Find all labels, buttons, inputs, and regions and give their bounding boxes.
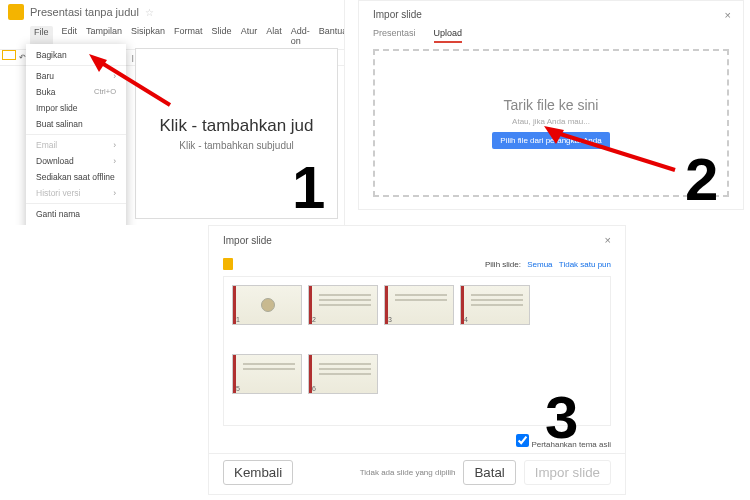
slide-subtitle-placeholder[interactable]: Klik - tambahkan subjudul: [179, 140, 294, 151]
star-icon[interactable]: ☆: [145, 7, 154, 18]
cancel-button[interactable]: Batal: [463, 460, 515, 485]
import-button[interactable]: Impor slide: [524, 460, 611, 485]
back-button[interactable]: Kembali: [223, 460, 293, 485]
dd-email[interactable]: Email: [26, 137, 126, 153]
dd-import-slides[interactable]: Impor slide: [26, 100, 126, 116]
dropzone-or: Atau, jika Anda mau...: [512, 117, 590, 126]
dialog-title: Impor slide: [223, 235, 272, 246]
slide-title-placeholder[interactable]: Klik - tambahkan jud: [159, 116, 313, 136]
close-icon[interactable]: ×: [605, 234, 611, 246]
tab-upload[interactable]: Upload: [434, 28, 463, 43]
slide-thumb-pane: [2, 48, 18, 219]
slide-thumb[interactable]: 2: [308, 285, 378, 325]
panel-import-select: Impor slide × Pilih slide: Semua Tidak s…: [208, 225, 626, 495]
menu-arrange[interactable]: Atur: [241, 26, 258, 46]
menu-edit[interactable]: Edit: [62, 26, 78, 46]
select-all-link[interactable]: Semua: [527, 260, 552, 269]
source-file-icon: [223, 258, 233, 270]
titlebar: Presentasi tanpa judul ☆: [0, 0, 344, 24]
select-slides-links: Pilih slide: Semua Tidak satu pun: [485, 260, 611, 269]
pick-file-button[interactable]: Pilih file dari perangkat Anda: [492, 132, 609, 149]
slide-thumb[interactable]: 4: [460, 285, 530, 325]
menu-format[interactable]: Format: [174, 26, 203, 46]
step-number-1: 1: [292, 158, 325, 218]
dd-download[interactable]: Download: [26, 153, 126, 169]
dropzone-text: Tarik file ke sini: [504, 97, 599, 113]
dd-share[interactable]: Bagikan: [26, 47, 126, 63]
slide-thumb[interactable]: 5: [232, 354, 302, 394]
menu-insert[interactable]: Sisipkan: [131, 26, 165, 46]
step-number-3: 3: [545, 388, 578, 448]
menu-slide[interactable]: Slide: [212, 26, 232, 46]
dd-new[interactable]: Baru: [26, 68, 126, 84]
dd-open[interactable]: BukaCtrl+O: [26, 84, 126, 100]
dd-offline[interactable]: Sediakan saat offline: [26, 169, 126, 185]
menu-help[interactable]: Bantuan: [319, 26, 345, 46]
dialog-title: Impor slide: [373, 9, 729, 20]
menu-view[interactable]: Tampilan: [86, 26, 122, 46]
dd-rename[interactable]: Ganti nama: [26, 206, 126, 222]
doc-title[interactable]: Presentasi tanpa judul: [30, 6, 139, 18]
slide-thumb[interactable]: 6: [308, 354, 378, 394]
slide-thumb[interactable]: 1: [232, 285, 302, 325]
import-tabs: Presentasi Upload: [373, 28, 729, 43]
undo-icon[interactable]: ↶: [19, 53, 26, 62]
upload-dropzone[interactable]: Tarik file ke sini Atau, jika Anda mau..…: [373, 49, 729, 197]
menu-addon[interactable]: Add-on: [291, 26, 310, 46]
file-dropdown: Bagikan Baru BukaCtrl+O Impor slide Buat…: [26, 44, 126, 225]
close-icon[interactable]: ×: [725, 9, 731, 21]
step-number-2: 2: [685, 150, 718, 210]
tab-presentasi[interactable]: Presentasi: [373, 28, 416, 43]
menu-file[interactable]: File: [30, 26, 53, 46]
selection-status: Tidak ada slide yang dipilih: [360, 468, 456, 477]
slide-thumb[interactable]: 3: [384, 285, 454, 325]
dd-make-copy[interactable]: Buat salinan: [26, 116, 126, 132]
menu-tools[interactable]: Alat: [266, 26, 282, 46]
slide-thumb[interactable]: [2, 50, 16, 60]
dd-trash[interactable]: Pindahkan ke sampah: [26, 222, 126, 225]
slides-logo-icon: [8, 4, 24, 20]
select-none-link[interactable]: Tidak satu pun: [559, 260, 611, 269]
dd-history[interactable]: Histori versi: [26, 185, 126, 201]
